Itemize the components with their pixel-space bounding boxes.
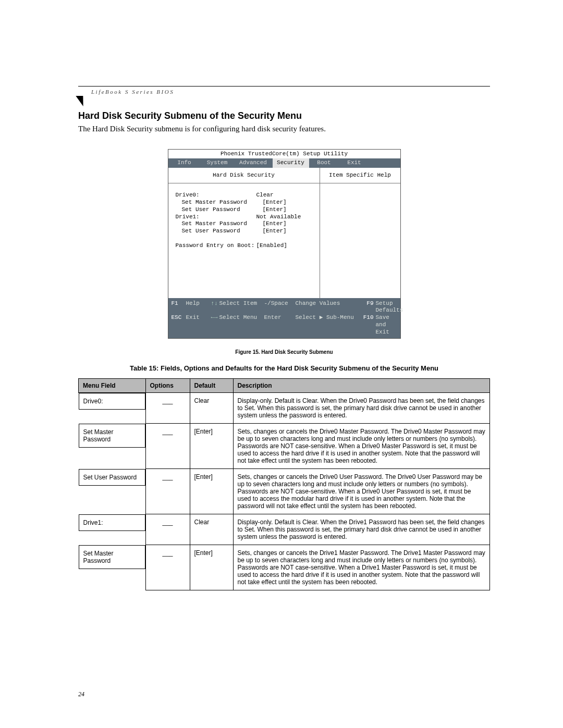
- field-label: Drive0:: [176, 192, 256, 199]
- bios-utility-title: Phoenix TrustedCore(tm) Setup Utility: [168, 150, 400, 158]
- footer-key: F10: [358, 314, 376, 336]
- header-marker-icon: [76, 96, 87, 106]
- col-options: Options: [145, 379, 190, 393]
- bios-field[interactable]: Set Master Password[Enter]: [176, 199, 314, 206]
- footer-label: Exit: [186, 314, 211, 336]
- bios-tab-advanced[interactable]: Advanced: [234, 158, 273, 168]
- cell-options: ___: [145, 514, 190, 545]
- field-label: Set User Password: [176, 206, 263, 214]
- cell-default: Clear: [190, 393, 233, 424]
- bios-field[interactable]: Drive1:Not Available: [176, 214, 314, 221]
- footer-label: Select Item: [219, 300, 264, 315]
- figure-caption: Figure 15. Hard Disk Security Submenu: [78, 349, 490, 355]
- cell-default: [Enter]: [190, 545, 233, 590]
- footer-label: Help: [186, 300, 211, 315]
- bios-tab-boot[interactable]: Boot: [309, 158, 339, 168]
- cell-options: ___: [145, 469, 190, 514]
- field-label: Drive1:: [176, 214, 256, 221]
- footer-key: ESC: [172, 314, 186, 336]
- footer-key: F1: [172, 300, 186, 315]
- cell-field: Set Master Password: [79, 545, 145, 569]
- cell-field: Drive0:: [79, 393, 145, 410]
- cell-options: ___: [145, 424, 190, 469]
- cell-options: ___: [145, 545, 190, 590]
- bios-field[interactable]: Drive0:Clear: [176, 192, 314, 199]
- table-caption: Table 15: Fields, Options and Defaults f…: [78, 364, 490, 372]
- table-row: Set Master Password ___ [Enter] Sets, ch…: [79, 545, 490, 590]
- field-value: Not Available: [256, 214, 301, 221]
- bios-field[interactable]: Password Entry on Boot:[Enabled]: [176, 242, 314, 250]
- section-intro: The Hard Disk Security submenu is for co…: [78, 125, 490, 133]
- cell-default: [Enter]: [190, 424, 233, 469]
- bios-right-pane: Item Specific Help: [320, 168, 400, 298]
- cell-description: Sets, changes or cancels the Drive0 User…: [233, 469, 490, 514]
- arrow-leftright-icon: ←→: [211, 314, 219, 336]
- footer-key: -/Space: [264, 300, 296, 315]
- bios-tab-info[interactable]: Info: [168, 158, 201, 168]
- field-label: Set Master Password: [176, 220, 263, 228]
- cell-field: Drive1:: [79, 514, 145, 531]
- field-label: Set Master Password: [176, 199, 263, 206]
- page-number: 24: [78, 690, 84, 698]
- bios-left-title: Hard Disk Security: [168, 168, 320, 184]
- spec-table: Menu Field Options Default Description D…: [78, 378, 490, 590]
- bios-tab-bar: Info System Advanced Security Boot Exit: [168, 158, 400, 168]
- bios-screenshot: Phoenix TrustedCore(tm) Setup Utility In…: [168, 149, 401, 339]
- field-value: [Enter]: [263, 206, 287, 214]
- cell-default: Clear: [190, 514, 233, 545]
- bios-field[interactable]: Set User Password[Enter]: [176, 228, 314, 235]
- footer-key: Enter: [264, 314, 296, 336]
- cell-description: Sets, changes or cancels the Drive1 Mast…: [233, 545, 490, 590]
- cell-options: ___: [145, 393, 190, 424]
- cell-default: [Enter]: [190, 469, 233, 514]
- bios-footer: F1 Help ↑↓ Select Item -/Space Change Va…: [168, 298, 400, 339]
- cell-description: Display-only. Default is Clear. When the…: [233, 514, 490, 545]
- document-page: LifeBook S Series BIOS Hard Disk Securit…: [0, 0, 563, 728]
- bios-tab-exit[interactable]: Exit: [339, 158, 370, 168]
- arrow-updown-icon: ↑↓: [211, 300, 219, 315]
- field-value: [Enter]: [263, 199, 287, 206]
- footer-key: F9: [358, 300, 376, 315]
- bios-right-title: Item Specific Help: [320, 168, 400, 184]
- col-description: Description: [233, 379, 490, 393]
- table-row: Drive1: ___ Clear Display-only. Default …: [79, 514, 490, 545]
- section-title: Hard Disk Security Submenu of the Securi…: [78, 110, 490, 121]
- footer-label: Select Menu: [219, 314, 264, 336]
- table-row: Set User Password ___ [Enter] Sets, chan…: [79, 469, 490, 514]
- cell-field: Set Master Password: [79, 424, 145, 448]
- bios-field-list: Drive0:Clear Set Master Password[Enter] …: [168, 183, 320, 254]
- cell-description: Display-only. Default is Clear. When the…: [233, 393, 490, 424]
- bios-left-pane: Hard Disk Security Drive0:Clear Set Mast…: [168, 168, 320, 298]
- bios-tab-security[interactable]: Security: [273, 158, 309, 168]
- header-rule: [78, 86, 490, 87]
- bios-field[interactable]: Set Master Password[Enter]: [176, 220, 314, 228]
- field-value: [Enter]: [263, 220, 287, 228]
- field-label: Password Entry on Boot:: [176, 242, 256, 250]
- series-label: LifeBook S Series BIOS: [91, 89, 490, 95]
- footer-label: Change Values: [296, 300, 358, 315]
- bios-body: Hard Disk Security Drive0:Clear Set Mast…: [168, 168, 400, 298]
- cell-description: Sets, changes or cancels the Drive0 Mast…: [233, 424, 490, 469]
- field-value: [Enter]: [263, 228, 287, 235]
- footer-label: Save and Exit: [376, 314, 397, 336]
- footer-label: Setup Defaults: [376, 300, 403, 315]
- table-row: Drive0: ___ Clear Display-only. Default …: [79, 393, 490, 424]
- field-value: Clear: [256, 192, 274, 199]
- table-row: Set Master Password ___ [Enter] Sets, ch…: [79, 424, 490, 469]
- table-header-row: Menu Field Options Default Description: [79, 379, 490, 393]
- field-value: [Enabled]: [256, 242, 287, 250]
- field-label: Set User Password: [176, 228, 263, 235]
- col-default: Default: [190, 379, 233, 393]
- col-menu-field: Menu Field: [79, 379, 146, 393]
- footer-label: Select ▶ Sub-Menu: [296, 314, 358, 336]
- bios-field[interactable]: Set User Password[Enter]: [176, 206, 314, 214]
- bios-tab-system[interactable]: System: [201, 158, 234, 168]
- cell-field: Set User Password: [79, 469, 145, 486]
